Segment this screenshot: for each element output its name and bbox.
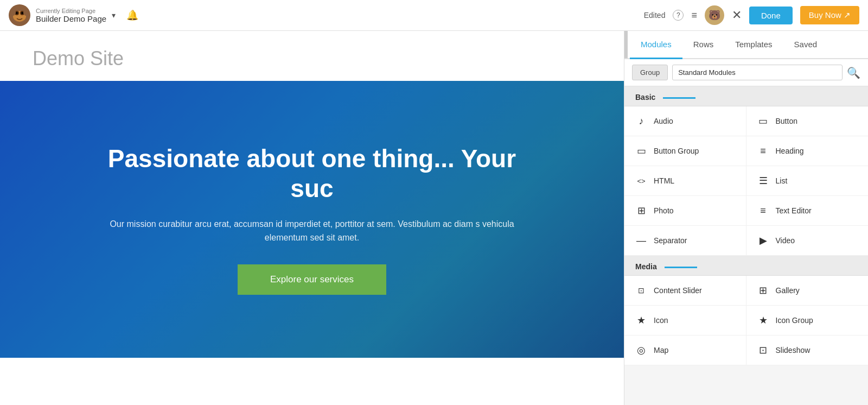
module-list-label: List [776,176,788,185]
modules-panel: Modules Rows Templates Saved Group Stand… [624,31,868,405]
help-icon[interactable]: ? [673,10,684,21]
hero-content: Passionate about one thing... Your suc O… [68,144,556,295]
section-divider [663,97,695,99]
module-separator[interactable]: — Separator [624,226,746,256]
tab-templates[interactable]: Templates [724,31,783,59]
panel-toolbar: Group Standard Modules 🔍 [624,59,868,86]
module-heading[interactable]: ≡ Heading [746,136,869,166]
module-video[interactable]: ▶ Video [746,226,869,256]
module-separator-label: Separator [654,236,687,245]
group-button[interactable]: Group [632,65,668,80]
svg-point-5 [21,12,23,14]
svg-point-7 [23,8,29,16]
html-icon: <> [635,177,647,185]
avatar[interactable]: 🐻 [705,5,724,25]
slideshow-icon: ⊡ [757,344,769,356]
page-title-block: Currently Editing Page Builder Demo Page [36,8,106,23]
group-select[interactable]: Standard Modules [672,65,843,80]
demo-site-title: Demo Site [33,47,624,70]
module-icon-group[interactable]: ★ Icon Group [746,306,869,336]
module-content-slider-label: Content Slider [654,286,702,295]
photo-icon: ⊞ [635,205,647,217]
section-media-label: Media [635,262,657,271]
done-button[interactable]: Done [749,7,793,24]
module-slideshow[interactable]: ⊡ Slideshow [746,336,869,365]
module-button[interactable]: ▭ Button [746,106,869,136]
site-logo [9,4,30,26]
currently-editing-label: Currently Editing Page [36,8,106,14]
hero-title: Passionate about one thing... Your suc [90,144,534,204]
module-gallery[interactable]: ⊞ Gallery [746,276,869,306]
hero-section: Passionate about one thing... Your suc O… [0,81,624,358]
tab-modules[interactable]: Modules [630,31,682,59]
topbar: Currently Editing Page Builder Demo Page… [0,0,868,31]
basic-modules-grid: ♪ Audio ▭ Button ▭ Button Group ≡ Headin… [624,106,868,256]
page-content: Demo Site Passionate about one thing... … [0,31,624,405]
chevron-down-icon[interactable]: ▾ [112,11,116,20]
section-divider-media [665,267,697,268]
module-map[interactable]: ◎ Map [624,336,746,365]
svg-point-4 [16,12,18,14]
topbar-right: Edited ? ≡ 🐻 ✕ Done Buy Now ↗ [644,5,859,25]
page-name: Builder Demo Page [36,14,106,23]
module-icon[interactable]: ★ Icon [624,306,746,336]
icon-icon: ★ [635,314,647,326]
svg-point-6 [10,8,16,16]
separator-icon: — [635,235,647,246]
media-modules-grid: ⊡ Content Slider ⊞ Gallery ★ Icon ★ Icon… [624,276,868,365]
module-button-group[interactable]: ▭ Button Group [624,136,746,166]
module-content-slider[interactable]: ⊡ Content Slider [624,276,746,306]
tab-rows[interactable]: Rows [682,31,725,59]
module-slideshow-label: Slideshow [776,346,810,355]
section-basic-label: Basic [635,93,655,102]
module-button-group-label: Button Group [654,147,699,155]
tab-saved[interactable]: Saved [783,31,828,59]
search-icon[interactable]: 🔍 [847,66,860,79]
map-icon: ◎ [635,344,647,356]
content-slider-icon: ⊡ [635,286,647,295]
module-text-editor-label: Text Editor [776,206,812,215]
edited-status: Edited [644,11,666,20]
panel-left-border [624,31,628,58]
module-list[interactable]: ☰ List [746,166,869,196]
demo-site-header: Demo Site [0,31,624,81]
video-icon: ▶ [757,235,769,246]
module-gallery-label: Gallery [776,286,800,295]
module-audio-label: Audio [654,117,673,125]
buy-now-button[interactable]: Buy Now ↗ [800,6,859,24]
module-photo[interactable]: ⊞ Photo [624,196,746,226]
section-basic: Basic [624,86,868,106]
module-html-label: HTML [654,176,674,185]
module-button-label: Button [776,117,797,125]
audio-icon: ♪ [635,116,647,127]
close-icon[interactable]: ✕ [732,8,742,22]
icon-group-icon: ★ [757,314,769,326]
module-icon-group-label: Icon Group [776,316,813,325]
gallery-icon: ⊞ [757,284,769,296]
module-icon-label: Icon [654,316,668,325]
modules-list: Basic ♪ Audio ▭ Button ▭ Button Group ≡ [624,86,868,405]
module-audio[interactable]: ♪ Audio [624,106,746,136]
button-icon: ▭ [757,115,769,127]
module-html[interactable]: <> HTML [624,166,746,196]
text-editor-icon: ≡ [757,205,769,217]
module-map-label: Map [654,346,668,355]
hero-button[interactable]: Explore our services [238,264,386,295]
module-heading-label: Heading [776,147,804,155]
main-area: Demo Site Passionate about one thing... … [0,31,868,405]
module-video-label: Video [776,236,795,245]
module-photo-label: Photo [654,206,674,215]
panel-tabs: Modules Rows Templates Saved [624,31,868,59]
hero-subtitle: Our mission curabitur arcu erat, accumsa… [90,217,534,245]
list-icon: ☰ [757,175,769,187]
button-group-icon: ▭ [635,145,647,157]
bell-icon[interactable]: 🔔 [126,9,138,21]
list-icon[interactable]: ≡ [691,10,697,21]
section-media: Media [624,256,868,276]
module-text-editor[interactable]: ≡ Text Editor [746,196,869,226]
heading-icon: ≡ [757,145,769,157]
